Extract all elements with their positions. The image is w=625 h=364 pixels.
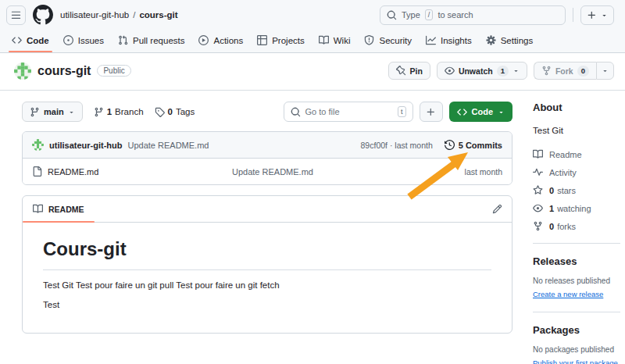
book-icon [33, 204, 43, 214]
go-to-file-input[interactable]: Go to file t [284, 102, 413, 122]
pin-button[interactable]: Pin [388, 62, 430, 80]
commits-count-label: 5 Commits [459, 141, 502, 150]
fork-count: 0 [577, 66, 589, 77]
tags-link[interactable]: 0 Tags [155, 107, 195, 117]
about-heading: About [533, 102, 620, 113]
tag-label: Tags [176, 107, 195, 116]
branch-count: 1 [107, 107, 112, 116]
add-file-button[interactable] [420, 102, 443, 122]
readme-body: Cours-git Test Git Test pour faire un gi… [23, 223, 512, 333]
tab-label: Wiki [334, 36, 351, 45]
commit-message-link[interactable]: Update README.md [128, 141, 209, 150]
main-column: main 1 Branch 0 Tags Go to file t [22, 102, 512, 364]
gear-icon [486, 35, 496, 45]
breadcrumb-repo[interactable]: cours-git [139, 10, 177, 20]
repo-title-link[interactable]: cours-git [38, 64, 91, 78]
pin-icon [396, 66, 406, 76]
breadcrumb-separator: / [133, 10, 135, 20]
tab-security[interactable]: Security [359, 30, 417, 52]
tab-actions[interactable]: Actions [193, 30, 248, 52]
breadcrumb: utilisateur-git-hub / cours-git [60, 10, 178, 20]
tab-label: Settings [501, 36, 534, 45]
fork-dropdown-button[interactable] [596, 62, 614, 80]
search-icon [387, 10, 397, 20]
tab-label: Insights [441, 36, 472, 45]
packages-heading: Packages [533, 324, 620, 336]
branch-icon [94, 107, 104, 117]
tab-label: Projects [272, 36, 305, 45]
item-label: Readme [549, 150, 582, 159]
tab-wiki[interactable]: Wiki [313, 30, 356, 52]
publish-package-link[interactable]: Publish your first package [533, 359, 618, 364]
plus-icon [587, 10, 597, 20]
eye-icon [533, 203, 543, 213]
sidebar-item-activity[interactable]: Activity [533, 167, 620, 177]
hamburger-icon [11, 10, 21, 20]
readme-tab[interactable]: README [23, 196, 95, 222]
fork-button[interactable]: Fork 0 [534, 62, 596, 80]
create-release-link[interactable]: Create a new release [533, 290, 603, 298]
graph-icon [426, 35, 436, 45]
latest-commit-bar: utilisateur-git-hub Update README.md 89c… [23, 132, 512, 159]
fork-icon [533, 221, 543, 231]
readme-tab-label: README [48, 205, 84, 214]
book-icon [533, 149, 543, 159]
file-toolbar: main 1 Branch 0 Tags Go to file t [22, 102, 512, 122]
commit-author-avatar[interactable] [32, 139, 44, 151]
repo-header-actions: Pin Unwatch 1 Fork 0 [388, 62, 614, 80]
history-icon [445, 140, 455, 150]
commit-history-link[interactable]: 5 Commits [445, 140, 502, 150]
chevron-down-icon [68, 109, 75, 116]
tab-issues[interactable]: Issues [58, 30, 109, 52]
github-logo[interactable] [33, 5, 53, 25]
tab-pull-requests[interactable]: Pull requests [112, 30, 190, 52]
tab-projects[interactable]: Projects [252, 30, 310, 52]
code-download-button[interactable]: Code [449, 102, 513, 122]
edit-readme-pencil-icon[interactable] [492, 204, 502, 214]
file-commit-time-link[interactable]: last month [465, 167, 502, 177]
pin-label: Pin [410, 66, 423, 76]
file-name-link[interactable]: README.md [32, 166, 232, 177]
item-label: stars [557, 186, 576, 195]
sidebar-item-forks[interactable]: 0forks [533, 221, 620, 231]
menu-button[interactable] [6, 5, 26, 25]
breadcrumb-owner[interactable]: utilisateur-git-hub [60, 10, 129, 20]
sidebar-item-watching[interactable]: 1watching [533, 203, 620, 213]
unwatch-button[interactable]: Unwatch 1 [437, 62, 527, 80]
readme-title: Cours-git [43, 238, 491, 270]
chevron-down-icon [602, 67, 609, 74]
releases-empty-text: No releases published [533, 277, 620, 285]
sidebar-item-readme[interactable]: Readme [533, 149, 620, 159]
tag-count: 0 [168, 107, 173, 116]
repo-header: cours-git Public Pin Unwatch 1 Fork 0 [0, 53, 625, 91]
tab-settings[interactable]: Settings [480, 30, 539, 52]
sidebar-divider [533, 243, 620, 244]
header-divider [573, 8, 573, 22]
commit-hash-time[interactable]: 89cf00f · last month [361, 141, 433, 150]
watching-count: 1 [549, 204, 554, 213]
search-placeholder-prefix: Type [402, 10, 420, 20]
code-icon [457, 107, 467, 117]
chevron-down-icon [498, 109, 505, 116]
repo-description: Test Git [533, 126, 620, 135]
unwatch-label: Unwatch [459, 66, 493, 76]
tab-label: Code [27, 36, 49, 45]
tab-code[interactable]: Code [6, 30, 55, 52]
sidebar-item-stars[interactable]: 0stars [533, 185, 620, 195]
repo-meta-list: Readme Activity 0stars 1watching 0forks [533, 149, 620, 231]
branch-selector-button[interactable]: main [22, 102, 83, 122]
sidebar: About Test Git Readme Activity 0stars 1w… [533, 102, 620, 364]
file-commit-message-link[interactable]: Update README.md [232, 167, 465, 177]
tab-label: Security [379, 36, 412, 45]
global-search-input[interactable]: Type / to search [380, 5, 566, 25]
tab-insights[interactable]: Insights [420, 30, 477, 52]
pull-request-icon [118, 35, 128, 45]
forks-count: 0 [549, 222, 554, 231]
create-new-button[interactable] [580, 5, 614, 25]
current-branch-label: main [44, 107, 64, 116]
stars-count: 0 [549, 186, 554, 195]
fork-icon [541, 66, 552, 76]
files-card: utilisateur-git-hub Update README.md 89c… [22, 131, 512, 185]
branches-link[interactable]: 1 Branch [94, 107, 144, 117]
commit-author-link[interactable]: utilisateur-git-hub [49, 141, 123, 150]
